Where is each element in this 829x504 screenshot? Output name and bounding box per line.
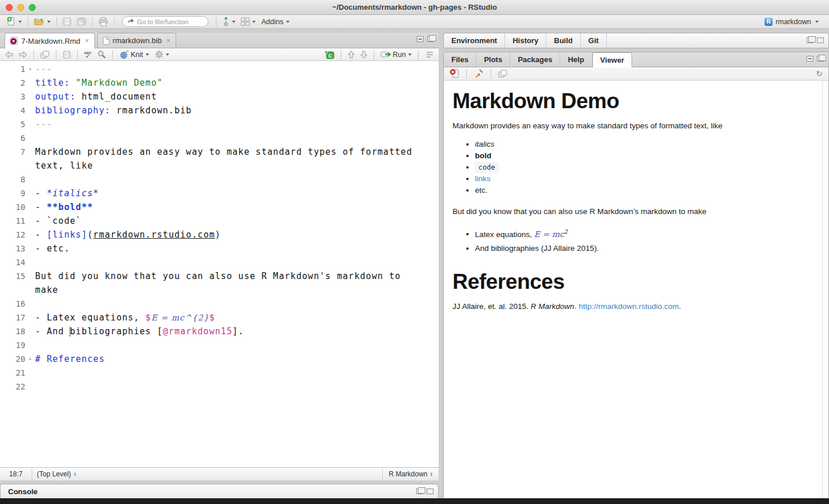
tab-git[interactable]: Git xyxy=(581,33,607,48)
console-title: Console xyxy=(8,487,37,496)
run-icon xyxy=(381,51,391,58)
tab-help[interactable]: Help xyxy=(560,52,592,67)
find-replace-button[interactable] xyxy=(96,49,108,59)
code-line: 20▾# References xyxy=(0,352,439,366)
code-line: text, like xyxy=(0,159,439,173)
workspace-panes-button[interactable] xyxy=(239,17,257,26)
viewer-popout-button[interactable] xyxy=(496,69,509,78)
console-pane-header[interactable]: Console xyxy=(0,484,439,498)
tab-packages[interactable]: Packages xyxy=(510,52,560,67)
maximize-pane-button[interactable] xyxy=(817,37,824,43)
project-menu-button[interactable]: R rmarkdown xyxy=(765,18,819,26)
viewer-reference-entry: JJ Allaire, et. al. 2015. R Markdown. ht… xyxy=(452,301,813,312)
rerun-button[interactable] xyxy=(423,51,435,59)
forward-button[interactable] xyxy=(17,51,29,59)
spellcheck-icon: ABC✓ xyxy=(84,52,92,58)
code-line: 2title: "Markdown Demo" xyxy=(0,76,439,90)
popout-button[interactable] xyxy=(39,50,51,59)
list-item: etc. xyxy=(475,185,813,196)
code-line: 22 xyxy=(0,380,439,394)
viewer-paragraph: Markdown provides an easy way to make st… xyxy=(452,121,813,131)
tab-7-markdown-rmd[interactable]: ▼ 7-Markdown.Rmd × xyxy=(5,33,95,48)
code-line: 14 xyxy=(0,255,439,269)
clear-viewer-button[interactable] xyxy=(472,68,485,79)
file-type-selector[interactable]: R Markdown ▲▼ xyxy=(382,468,439,480)
forward-icon xyxy=(19,51,27,58)
knit-button[interactable]: Knit xyxy=(117,49,151,60)
save-icon xyxy=(63,51,71,59)
maximize-pane-button[interactable] xyxy=(817,56,824,62)
list-item: bold xyxy=(475,150,813,162)
restore-pane-button[interactable] xyxy=(416,488,423,494)
new-file-button[interactable] xyxy=(5,16,24,27)
back-button[interactable] xyxy=(3,51,15,59)
viewer-paragraph: But did you know that you can also use R… xyxy=(452,207,813,217)
code-line: 21 xyxy=(0,366,439,380)
refresh-button[interactable]: ↻ xyxy=(814,68,824,79)
tab-environment[interactable]: Environment xyxy=(444,33,505,48)
save-button[interactable] xyxy=(61,50,73,59)
minimize-pane-button[interactable] xyxy=(417,36,424,42)
insert-chunk-button[interactable]: C xyxy=(322,49,336,60)
project-cube-icon: R xyxy=(765,18,773,26)
go-next-chunk-button[interactable] xyxy=(359,50,369,59)
close-icon[interactable]: × xyxy=(166,37,170,45)
tab-viewer[interactable]: Viewer xyxy=(592,52,633,67)
tab-build[interactable]: Build xyxy=(546,33,581,48)
chevron-down-icon xyxy=(286,21,290,23)
maximize-pane-button[interactable] xyxy=(427,488,433,494)
rerun-icon xyxy=(425,51,433,58)
list-item: code xyxy=(475,162,813,173)
bib-file-icon xyxy=(103,37,109,45)
restore-pane-button[interactable] xyxy=(807,37,813,43)
editor-statusbar: 18:7 (Top Level) ▲▼ R Markdown ▲▼ xyxy=(0,467,439,480)
viewer-list-1: italicsboldcodelinksetc. xyxy=(452,139,813,196)
updown-icon: ▲▼ xyxy=(73,472,76,477)
viewer-toolbar: ↻ xyxy=(444,67,828,81)
tab-rmarkdown-bib[interactable]: rmarkdown.bib × xyxy=(97,33,176,48)
code-editor[interactable]: 1▾---2title: "Markdown Demo"3output: htm… xyxy=(0,61,439,467)
knit-settings-button[interactable] xyxy=(153,49,171,59)
viewer-h1-title: Markdown Demo xyxy=(452,90,813,113)
knit-icon xyxy=(119,50,130,59)
goto-file-input[interactable] xyxy=(137,18,200,25)
viewer-h1-references: References xyxy=(452,270,813,294)
code-line: 5--- xyxy=(0,117,439,131)
viewer-scrollbar[interactable] xyxy=(822,81,828,498)
spellcheck-button[interactable]: ABC✓ xyxy=(82,51,93,58)
open-folder-icon xyxy=(34,17,45,26)
goto-arrow-icon xyxy=(127,18,134,25)
code-line: 15But did you know that you can also use… xyxy=(0,269,439,283)
maximize-pane-button[interactable] xyxy=(427,36,434,42)
go-prev-chunk-button[interactable] xyxy=(346,50,356,59)
scope-selector[interactable]: (Top Level) ▲▼ xyxy=(32,470,81,478)
tab-files[interactable]: Files xyxy=(444,52,477,67)
code-line: make xyxy=(0,283,439,297)
open-file-button[interactable] xyxy=(32,17,52,27)
chevron-down-icon xyxy=(166,54,169,56)
list-item: links xyxy=(475,173,813,185)
save-button[interactable] xyxy=(61,17,73,26)
version-control-icon xyxy=(222,17,230,26)
run-button[interactable]: Run xyxy=(379,50,413,59)
tab-history[interactable]: History xyxy=(505,33,546,48)
addins-button[interactable]: Addins xyxy=(259,18,292,26)
print-button[interactable] xyxy=(97,17,110,27)
save-all-icon xyxy=(77,17,86,26)
window-bottom-edge xyxy=(0,498,829,504)
save-all-button[interactable] xyxy=(75,17,88,26)
minimize-pane-button[interactable] xyxy=(807,56,813,62)
environment-pane-header: Environment History Build Git xyxy=(443,33,829,48)
right-column: Environment History Build Git Files Plot… xyxy=(443,29,829,498)
main-toolbar: Addins R rmarkdown xyxy=(0,15,829,29)
code-line: 18- And bibliographies [@rmarkdown15]. xyxy=(0,324,439,338)
goto-file-search[interactable] xyxy=(122,16,208,27)
tab-plots[interactable]: Plots xyxy=(477,52,511,67)
close-icon[interactable]: × xyxy=(85,37,89,45)
cursor-position: 18:7 xyxy=(0,468,32,480)
new-file-icon xyxy=(6,17,16,26)
discard-button[interactable] xyxy=(448,68,461,79)
version-control-button[interactable] xyxy=(220,16,237,27)
popout-icon xyxy=(40,51,50,59)
svg-text:C: C xyxy=(328,52,332,58)
